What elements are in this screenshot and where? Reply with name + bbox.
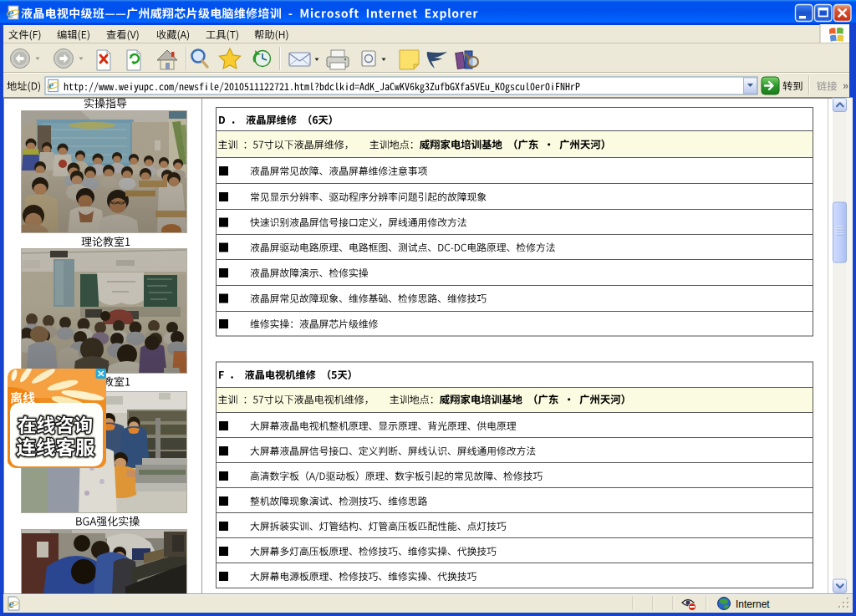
svg-text:Internet: Internet <box>736 598 770 610</box>
